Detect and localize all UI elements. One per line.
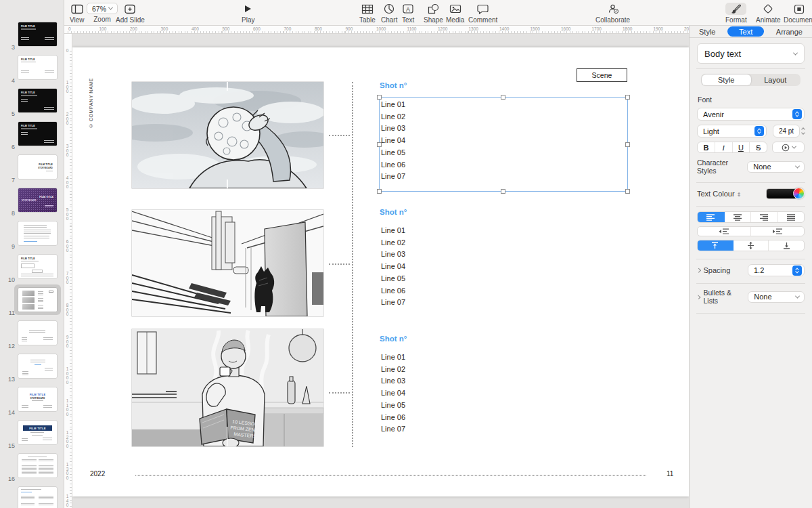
animate-button[interactable]: Animate — [756, 3, 781, 24]
align-left-button[interactable] — [698, 212, 725, 222]
document-button[interactable]: Document — [784, 3, 812, 24]
thumbnail-detail — [21, 128, 37, 129]
thumbnail-detail — [45, 205, 53, 209]
table-button[interactable]: Table — [359, 3, 376, 24]
ruler-tick-label: 100 — [99, 26, 107, 31]
bold-button[interactable]: B — [698, 142, 715, 152]
format-button[interactable]: Format — [725, 3, 747, 24]
slide-thumbnail-12[interactable]: 12 — [0, 321, 64, 351]
stepper-icon — [792, 109, 802, 119]
tab-style[interactable]: Style — [699, 28, 715, 36]
zoom-dropdown[interactable]: 67% — [87, 3, 118, 14]
resize-handle[interactable] — [625, 142, 630, 147]
resize-handle[interactable] — [625, 95, 630, 100]
segment-style[interactable]: Style — [702, 75, 751, 85]
storyboard-image-1[interactable] — [132, 82, 323, 188]
thumbnail-detail: FILM TITLE — [39, 163, 53, 166]
shot-title-1[interactable]: Shot n° — [380, 81, 407, 89]
valign-middle-button[interactable] — [734, 240, 769, 251]
slide-thumbnail-10[interactable]: FILM TITLE 10 — [0, 255, 64, 284]
bullets-lists-label[interactable]: Bullets & Lists — [697, 289, 748, 305]
indent-buttons — [697, 226, 805, 236]
paragraph-style-dropdown[interactable]: Body text — [697, 43, 805, 64]
resize-handle[interactable] — [501, 189, 505, 194]
tab-text[interactable]: Text — [727, 26, 764, 37]
thumbnail-detail — [43, 438, 52, 441]
align-right-button[interactable] — [751, 212, 778, 222]
ruler-tick-label: 600 — [253, 26, 261, 31]
colour-wheel-button[interactable] — [793, 188, 805, 199]
tab-arrange[interactable]: Arrange — [776, 28, 803, 36]
advanced-typography-button[interactable] — [772, 142, 805, 153]
storyboard-image-3[interactable]: 10 LESSONS FROM ZEN MASTERS — [132, 329, 323, 446]
thumbnail-detail — [46, 171, 53, 173]
shot-lines-3[interactable]: Line 01Line 02 Line 03Line 04 Line 05Lin… — [381, 352, 405, 436]
align-center-button[interactable] — [725, 212, 752, 222]
slide-thumbnail-8[interactable]: FILM TITLE STORYBOARD 8 — [0, 188, 64, 218]
valign-top-button[interactable] — [698, 240, 734, 251]
thumbnail-detail — [44, 107, 54, 110]
font-size-field[interactable]: 24 pt — [773, 125, 800, 137]
slide-thumbnail-15[interactable]: FILM TITLE 15 — [0, 421, 64, 450]
slide-thumbnail-3[interactable]: FILM TITLE 3 — [0, 22, 64, 52]
resize-handle[interactable] — [377, 189, 382, 194]
shot-title-2[interactable]: Shot n° — [380, 208, 407, 216]
collaborate-button[interactable]: Collaborate — [595, 3, 630, 24]
thumbnail-detail — [21, 95, 37, 96]
slide-thumbnail-5[interactable]: FILM TITLE 5 — [0, 89, 64, 119]
slide-thumbnail-4[interactable]: FILM TITLE 4 — [0, 56, 64, 85]
zoom-control[interactable]: 67% Zoom — [87, 3, 118, 23]
italic-button[interactable]: I — [715, 142, 733, 152]
ruler-tick-label: 1000 — [65, 367, 70, 385]
slide-thumbnail-6[interactable]: FILM TITLE 6 — [0, 122, 64, 152]
resize-handle[interactable] — [625, 189, 630, 194]
thumbnail-detail — [32, 435, 43, 436]
increase-indent-button[interactable] — [751, 227, 804, 236]
strikethrough-button[interactable]: S — [750, 142, 767, 152]
slide-thumbnail-17[interactable]: 17 — [0, 487, 64, 508]
storyboard-image-2[interactable] — [132, 210, 323, 316]
resize-handle[interactable] — [501, 95, 505, 100]
valign-bottom-button[interactable] — [769, 240, 804, 251]
ruler-tick-label: 700 — [65, 272, 70, 285]
slide[interactable]: © COMPANY NAME Scene — [72, 47, 689, 496]
view-button[interactable]: View — [70, 3, 85, 24]
text-colour-label: Text Colour ⇕ — [697, 190, 741, 198]
shot-title-3[interactable]: Shot n° — [380, 335, 407, 343]
slide-thumbnail-16[interactable]: 16 — [0, 454, 64, 484]
font-weight-dropdown[interactable]: Light — [697, 125, 767, 137]
segment-layout[interactable]: Layout — [751, 75, 800, 85]
shape-button[interactable]: Shape — [424, 3, 443, 24]
media-button[interactable]: Media — [446, 3, 464, 24]
thumbnail-detail — [22, 337, 27, 341]
align-justify-button[interactable] — [778, 212, 805, 222]
scene-box[interactable]: Scene — [577, 68, 627, 82]
bullets-lists-dropdown[interactable]: None — [748, 291, 805, 303]
play-button[interactable]: Play — [242, 3, 254, 24]
zoom-value: 67% — [92, 5, 106, 13]
slide-number: 10 — [5, 276, 15, 283]
spacing-dropdown[interactable]: 1.2 — [748, 264, 805, 276]
document-icon — [794, 3, 805, 15]
text-button[interactable]: A Text — [402, 3, 414, 24]
decrease-indent-button[interactable] — [698, 227, 751, 236]
character-styles-dropdown[interactable]: None — [747, 161, 805, 173]
chart-button[interactable]: Chart — [381, 3, 397, 24]
slide-thumbnail-14[interactable]: FILM TITLE STORYBOARD 14 — [0, 387, 64, 417]
shot-lines-1[interactable]: Line 01Line 02 Line 03Line 04 Line 05Lin… — [381, 99, 405, 183]
shot-lines-2[interactable]: Line 01Line 02 Line 03Line 04 Line 05Lin… — [381, 225, 405, 309]
slide-thumbnail-13[interactable]: 13 — [0, 354, 64, 384]
spacing-label[interactable]: Spacing — [697, 266, 730, 274]
add-slide-button[interactable]: Add Slide — [116, 3, 145, 24]
selected-text-box[interactable] — [379, 97, 628, 192]
slide-thumbnail-7[interactable]: FILM TITLE STORYBOARD 7 — [0, 155, 64, 185]
slide-thumbnail-9[interactable]: 9 — [0, 221, 64, 251]
slide-number: 16 — [5, 475, 15, 482]
comment-button[interactable]: Comment — [468, 3, 497, 24]
font-family-dropdown[interactable]: Avenir — [697, 108, 805, 121]
thumbnail-detail — [22, 405, 28, 408]
slide-thumbnail-11[interactable]: 11 — [0, 288, 64, 318]
underline-button[interactable]: U — [733, 142, 750, 152]
align-right-icon — [759, 214, 769, 221]
font-size-stepper[interactable] — [802, 128, 805, 134]
